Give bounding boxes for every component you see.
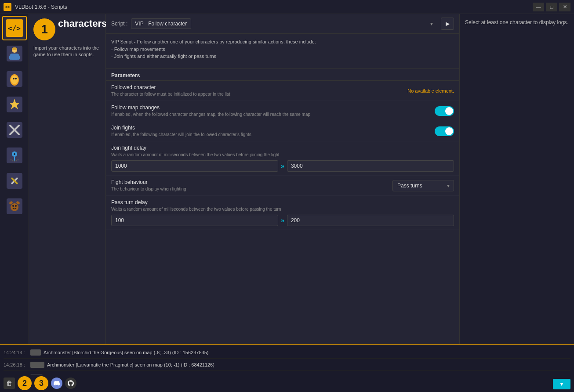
star-icon: [6, 96, 23, 113]
log-line-2: 14:26:18 : Archmonster [Larvamatic the P…: [4, 359, 570, 371]
behaviour-select-wrapper: Pass turns Fight: [392, 180, 454, 191]
script-description: VIP Script - Follow another one of your …: [106, 34, 459, 69]
pass-turn-delay-min[interactable]: [111, 215, 278, 226]
param-join-fights-name: Join fights: [111, 125, 251, 131]
char-panel-header: 1 characters: [29, 14, 105, 45]
follow-map-slider: [435, 106, 454, 116]
range-arrow-join: »: [281, 162, 284, 169]
sidebar-item-egg[interactable]: [2, 67, 27, 91]
title-bar: <> VLDBot 1.6.6 - Scripts — □ ✕: [0, 0, 574, 14]
pass-turn-delay-max[interactable]: [287, 215, 454, 226]
badge-3[interactable]: 3: [34, 376, 48, 390]
play-button[interactable]: ▶: [441, 18, 454, 30]
param-follow-map: Follow map changes If enabled, when the …: [106, 101, 459, 121]
craft-icon: [6, 172, 23, 190]
svg-point-24: [14, 161, 15, 162]
log-avatar-1: [30, 349, 41, 356]
param-fight-behaviour: Fight behaviour The behaviour to display…: [106, 176, 459, 196]
svg-rect-6: [17, 55, 20, 60]
svg-point-12: [15, 78, 17, 79]
log-text-1: Archmonster [Blorchid the Gorgeous] seen…: [44, 350, 208, 355]
param-join-fights-header: Join fights If enabled, the following ch…: [111, 125, 454, 137]
character-icon: [6, 45, 23, 62]
script-description-text: VIP Script - Follow another one of your …: [111, 39, 316, 59]
params-section-label: Parameters: [106, 69, 459, 81]
sidebar-item-craft[interactable]: [2, 169, 27, 193]
param-fight-behaviour-header: Fight behaviour The behaviour to display…: [111, 179, 454, 192]
sidebar-item-map[interactable]: [2, 143, 27, 168]
join-delay-max[interactable]: [287, 160, 454, 172]
trash-button[interactable]: 🗑: [4, 378, 15, 389]
minimize-button[interactable]: —: [533, 3, 544, 11]
param-pass-turn-delay: Pass turn delay Waits a random amount of…: [106, 196, 459, 230]
param-join-delay-desc: Waits a random amount of milliseconds be…: [111, 152, 454, 158]
char-panel-description: Import your characters into the game to …: [29, 45, 105, 63]
svg-point-23: [12, 160, 13, 162]
param-fight-behaviour-name: Fight behaviour: [111, 179, 186, 185]
svg-point-26: [17, 159, 18, 161]
param-follow-map-header: Follow map changes If enabled, when the …: [111, 104, 454, 117]
sidebar-item-fight[interactable]: [2, 118, 27, 142]
param-join-fights: Join fights If enabled, the following ch…: [106, 121, 459, 141]
sidebar-item-star[interactable]: [2, 92, 27, 117]
param-follow-map-name: Follow map changes: [111, 104, 310, 111]
svg-point-10: [11, 76, 18, 84]
egg-icon: [6, 70, 23, 88]
svg-rect-7: [12, 47, 17, 50]
char-badge-1: 1: [33, 18, 55, 40]
app-icon: <>: [4, 3, 11, 11]
log-time-2: 14:26:18 :: [4, 362, 28, 367]
range-arrow-pass: »: [281, 217, 284, 224]
svg-point-31: [11, 203, 18, 211]
github-button[interactable]: [65, 378, 76, 389]
follow-map-toggle[interactable]: [435, 106, 454, 116]
svg-point-11: [13, 78, 15, 79]
behaviour-select[interactable]: Pass turns Fight: [392, 180, 454, 191]
maximize-button[interactable]: □: [546, 3, 557, 11]
sidebar-item-scripts[interactable]: </>: [2, 16, 27, 40]
bottom-section: 14:24:14 : Archmonster [Blorchid the Gor…: [0, 344, 574, 392]
param-pass-turn-delay-name: Pass turn delay: [111, 199, 454, 205]
log-line-1: 14:24:14 : Archmonster [Blorchid the Gor…: [4, 346, 570, 359]
param-join-delay: Join fight delay Waits a random amount o…: [106, 141, 459, 176]
param-join-fights-desc: If enabled, the following character will…: [111, 132, 251, 137]
pass-turn-delay-range-row: »: [111, 215, 454, 226]
join-delay-range-row: »: [111, 160, 454, 172]
join-fights-toggle[interactable]: [435, 126, 454, 136]
svg-point-22: [10, 159, 11, 161]
script-select-wrapper: VIP - Follow character: [131, 18, 437, 29]
param-fight-behaviour-desc: The behaviour to display when fighting: [111, 186, 186, 192]
sidebar-item-character[interactable]: [2, 41, 27, 66]
svg-point-20: [14, 153, 15, 155]
svg-rect-5: [9, 55, 12, 60]
param-followed-value: No available element.: [407, 88, 454, 94]
discord-button[interactable]: [51, 378, 62, 389]
tools-icon: [6, 121, 23, 139]
scripts-panel: Script : VIP - Follow character ▶ VIP Sc…: [106, 14, 460, 392]
param-followed-name: Followed character: [111, 84, 230, 90]
script-select[interactable]: VIP - Follow character: [131, 18, 191, 29]
character-panel: 1 characters Import your characters into…: [29, 14, 106, 392]
join-delay-min[interactable]: [111, 160, 278, 172]
svg-text:<>: <>: [5, 5, 10, 9]
log-line-3: 14:32:07 : Archmonster [Blopulent the Pr…: [4, 371, 570, 374]
param-followed-header: Followed character The character to foll…: [111, 84, 454, 97]
map-icon: [6, 147, 23, 164]
badge-2[interactable]: 2: [18, 376, 32, 390]
log-avatar-2: [30, 362, 44, 368]
sidebar-item-pet[interactable]: [2, 194, 27, 219]
scroll-down-button[interactable]: ▼: [553, 379, 570, 389]
param-followed-desc: The character to follow must be initiali…: [111, 91, 230, 97]
svg-point-32: [12, 205, 14, 207]
log-lines: 14:24:14 : Archmonster [Blorchid the Gor…: [0, 345, 574, 374]
log-panel-message: Select at least one character to display…: [465, 19, 568, 25]
param-join-delay-name: Join fight delay: [111, 145, 454, 151]
svg-point-25: [15, 160, 17, 162]
log-time-1: 14:24:14 :: [4, 350, 28, 355]
param-follow-map-desc: If enabled, when the followed character …: [111, 111, 310, 117]
join-fights-slider: [435, 126, 454, 136]
log-text-2: Archmonster [Larvamatic the Pragmatic] s…: [47, 362, 214, 367]
window-controls: — □ ✕: [533, 3, 570, 11]
close-button[interactable]: ✕: [559, 3, 570, 11]
code-icon: </>: [6, 19, 23, 37]
